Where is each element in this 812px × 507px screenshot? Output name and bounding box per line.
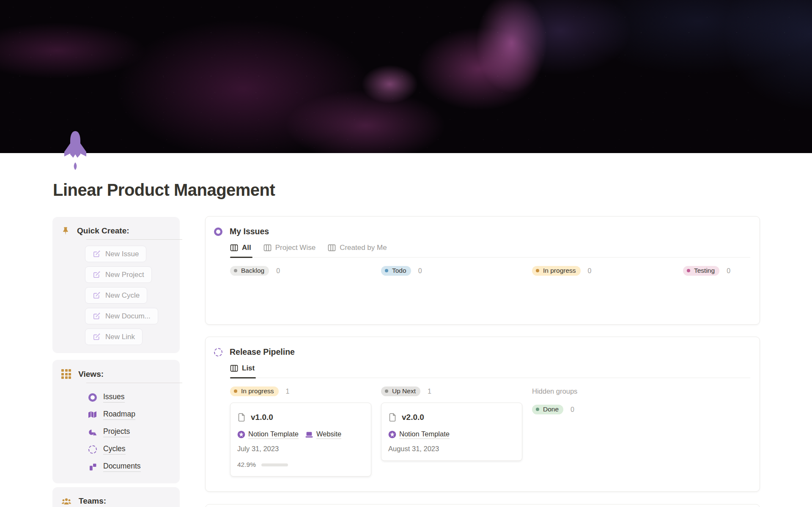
status-label: Testing <box>694 267 715 274</box>
status-pill-up-next[interactable]: Up Next <box>381 386 420 396</box>
issues-donut-icon <box>88 393 97 402</box>
notion-template-link[interactable]: Notion Template <box>237 430 299 439</box>
release-date: July 31, 2023 <box>237 445 364 453</box>
page-title[interactable]: Linear Product Management <box>53 179 275 200</box>
website-link[interactable]: Website <box>305 430 341 439</box>
new-issue-button[interactable]: New Issue <box>85 246 146 262</box>
link-label: Website <box>316 430 341 439</box>
view-link-cycles[interactable]: Cycles <box>88 441 172 458</box>
issues-donut-icon <box>214 227 222 236</box>
status-label: Done <box>543 406 559 413</box>
view-link-projects[interactable]: Projects <box>88 423 172 441</box>
hidden-groups-toggle[interactable]: Hidden groups <box>532 387 577 395</box>
group-count: 0 <box>418 267 422 275</box>
divider <box>86 383 182 383</box>
release-pipeline-title: Release Pipeline <box>230 347 295 357</box>
new-cycle-button[interactable]: New Cycle <box>85 287 147 304</box>
tab-label: List <box>242 364 255 373</box>
board-view-icon <box>328 244 336 252</box>
status-dot <box>536 269 539 272</box>
board-view-icon <box>230 364 238 372</box>
quick-create-title: Quick Create: <box>77 226 129 236</box>
view-label: Roadmap <box>103 410 135 420</box>
page-icon <box>237 413 246 422</box>
tab-label: All <box>242 244 251 252</box>
divider <box>86 239 182 240</box>
status-dot <box>687 269 690 272</box>
star-badge-icon <box>237 430 245 438</box>
my-issues-tabs: All Project Wise Created by Me <box>230 244 750 258</box>
tab-all[interactable]: All <box>230 244 252 257</box>
rocket-page-icon[interactable] <box>63 130 87 175</box>
link-label: Notion Template <box>399 430 450 439</box>
people-icon <box>61 498 71 505</box>
tab-label: Created by Me <box>340 244 387 252</box>
new-document-button[interactable]: New Docum... <box>85 308 158 324</box>
views-title: Views: <box>78 370 104 379</box>
release-pipeline-tabs: List <box>230 364 750 378</box>
status-dot <box>385 389 388 393</box>
status-pill-todo[interactable]: Todo <box>381 266 411 276</box>
status-dot <box>234 389 237 393</box>
release-card-title: v2.0.0 <box>402 413 424 422</box>
compose-icon <box>93 291 101 299</box>
view-label: Cycles <box>103 444 126 455</box>
tab-list[interactable]: List <box>230 364 256 378</box>
status-label: In progress <box>543 267 576 274</box>
view-link-roadmap[interactable]: Roadmap <box>88 406 172 423</box>
group-count: 0 <box>276 267 280 275</box>
pushpin-icon <box>61 227 70 236</box>
button-label: New Docum... <box>105 312 151 321</box>
status-pill-in-progress[interactable]: In progress <box>230 386 279 396</box>
cover-image <box>0 0 812 153</box>
star-badge-icon <box>388 430 396 438</box>
page-icon <box>388 413 397 422</box>
compose-icon <box>93 312 101 320</box>
status-dot <box>536 408 539 411</box>
button-label: New Issue <box>105 250 139 258</box>
view-label: Issues <box>103 392 125 403</box>
cycles-dashed-circle-icon <box>214 348 222 356</box>
release-card-v1[interactable]: v1.0.0 Notion Template <box>230 403 371 477</box>
status-pill-testing[interactable]: Testing <box>683 266 719 276</box>
documents-blocks-icon <box>88 462 97 471</box>
group-count: 0 <box>571 406 574 414</box>
board-view-icon <box>263 244 272 252</box>
group-count: 0 <box>727 267 730 275</box>
status-label: Backlog <box>241 267 264 274</box>
group-count: 1 <box>428 388 431 395</box>
status-dot <box>385 269 388 272</box>
view-label: Documents <box>103 462 141 472</box>
notion-template-link[interactable]: Notion Template <box>388 430 450 439</box>
my-issues-card: My Issues All Project Wise <box>205 216 760 325</box>
group-count: 1 <box>286 388 290 395</box>
tab-project-wise[interactable]: Project Wise <box>263 244 317 257</box>
roadmap-map-icon <box>88 410 97 419</box>
compose-icon <box>93 250 101 258</box>
tab-created-by-me[interactable]: Created by Me <box>328 244 388 257</box>
next-card-partial <box>205 504 760 507</box>
release-card-v2[interactable]: v2.0.0 Notion Template August 31, 2023 <box>381 403 522 461</box>
view-link-documents[interactable]: Documents <box>88 458 172 475</box>
status-pill-in-progress[interactable]: In progress <box>532 266 581 276</box>
my-issues-title: My Issues <box>230 227 269 236</box>
status-label: Up Next <box>392 387 416 395</box>
new-link-button[interactable]: New Link <box>85 329 143 345</box>
view-link-issues[interactable]: Issues <box>88 389 172 406</box>
button-label: New Cycle <box>105 291 140 300</box>
status-pill-done[interactable]: Done <box>532 405 563 414</box>
link-label: Notion Template <box>248 430 299 439</box>
views-panel: Views: Issues Roadmap <box>52 360 180 483</box>
quick-create-panel: Quick Create: New Issue <box>52 217 180 353</box>
cycles-dashed-circle-icon <box>88 445 97 454</box>
release-date: August 31, 2023 <box>388 445 515 453</box>
laptop-icon <box>305 430 313 438</box>
status-dot <box>234 269 237 272</box>
teams-panel: Teams: <box>52 487 180 507</box>
progress-percent: 42.9% <box>237 461 256 469</box>
compose-icon <box>93 333 101 341</box>
new-project-button[interactable]: New Project <box>85 266 152 283</box>
tab-label: Project Wise <box>275 244 315 252</box>
status-pill-backlog[interactable]: Backlog <box>230 266 269 276</box>
compose-icon <box>93 271 101 279</box>
